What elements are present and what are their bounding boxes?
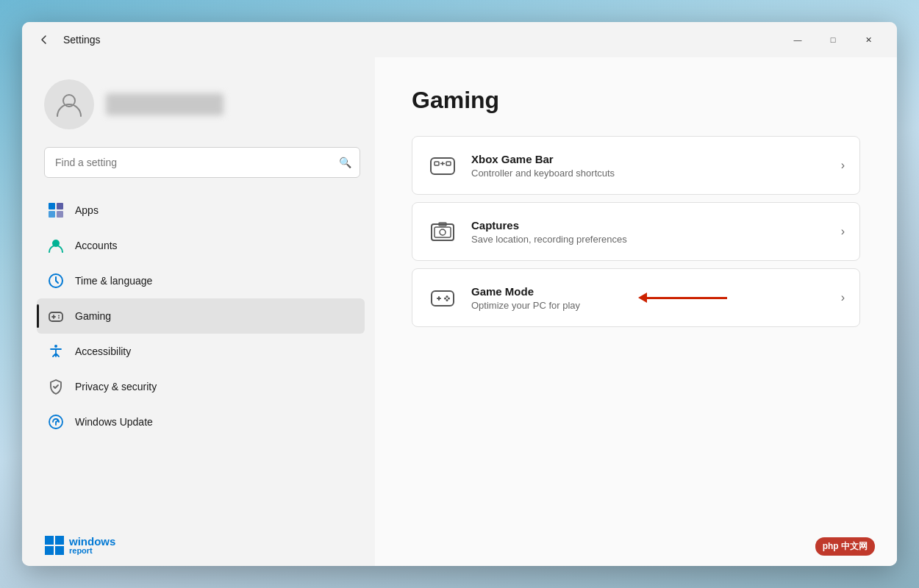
red-arrow-line: [646, 297, 727, 299]
sidebar-item-privacy-security[interactable]: Privacy & security: [37, 369, 365, 404]
watermark: windows report: [44, 535, 115, 556]
update-icon: [47, 413, 65, 431]
user-section: [37, 72, 375, 144]
user-name: [106, 93, 224, 115]
svg-rect-1: [49, 203, 55, 209]
svg-rect-27: [55, 536, 64, 545]
svg-point-25: [448, 298, 450, 300]
right-content: Gaming Xbox Game Bar Controller and keyb…: [375, 57, 897, 566]
svg-rect-7: [49, 312, 62, 321]
brand-sub: report: [69, 547, 115, 555]
title-bar-left: Settings: [34, 29, 781, 50]
sidebar-item-gaming[interactable]: Gaming: [37, 298, 365, 334]
windows-logo-icon: [44, 535, 65, 556]
sidebar-item-accessibility[interactable]: Accessibility: [37, 334, 365, 369]
settings-window: Settings — □ ✕ 🔍: [22, 22, 897, 566]
accessibility-label: Accessibility: [75, 345, 131, 357]
gamemode-icon: [427, 282, 458, 313]
svg-rect-4: [57, 211, 63, 218]
svg-rect-28: [45, 546, 54, 555]
avatar: [44, 79, 94, 129]
php-badge: php 中文网: [815, 537, 875, 556]
xbox-icon: [427, 150, 458, 181]
search-box: 🔍: [44, 147, 360, 178]
captures-text: Captures Save location, recording prefer…: [471, 219, 834, 245]
sidebar-item-apps[interactable]: Apps: [37, 193, 365, 228]
gaming-icon: [47, 307, 65, 325]
xbox-game-bar-text: Xbox Game Bar Controller and keyboard sh…: [471, 153, 834, 179]
accounts-label: Accounts: [75, 240, 118, 251]
captures-arrow: ›: [841, 225, 845, 238]
close-button[interactable]: ✕: [851, 28, 885, 51]
svg-rect-29: [55, 546, 64, 555]
window-controls: — □ ✕: [781, 28, 885, 51]
maximize-button[interactable]: □: [816, 28, 850, 51]
privacy-security-label: Privacy & security: [75, 381, 157, 392]
xbox-game-bar-arrow: ›: [841, 159, 845, 172]
game-mode-arrow: ›: [841, 291, 845, 304]
svg-rect-26: [45, 536, 54, 545]
sidebar-item-accounts[interactable]: Accounts: [37, 228, 365, 263]
game-mode-card[interactable]: Game Mode Optimize your PC for play ›: [412, 268, 860, 327]
nav-list: Apps Accounts: [37, 193, 372, 440]
time-language-label: Time & language: [75, 275, 152, 287]
time-icon: [47, 272, 65, 290]
title-bar: Settings — □ ✕: [22, 22, 897, 57]
svg-rect-14: [446, 162, 451, 165]
xbox-game-bar-subtitle: Controller and keyboard shortcuts: [471, 168, 834, 179]
captures-subtitle: Save location, recording preferences: [471, 234, 834, 245]
svg-rect-2: [57, 203, 63, 209]
svg-point-22: [446, 295, 448, 298]
search-input[interactable]: [44, 147, 360, 178]
svg-rect-21: [432, 291, 454, 306]
svg-point-10: [54, 345, 57, 348]
sidebar-item-windows-update[interactable]: Windows Update: [37, 404, 365, 440]
windows-update-label: Windows Update: [75, 416, 153, 428]
sidebar-scroll-area: Apps Accounts: [37, 193, 375, 551]
user-icon: [54, 90, 84, 119]
svg-rect-18: [435, 227, 451, 237]
brand-name: windows: [69, 536, 115, 547]
svg-rect-12: [431, 158, 454, 174]
svg-point-9: [58, 318, 60, 319]
minimize-button[interactable]: —: [781, 28, 815, 51]
accounts-icon: [47, 237, 65, 254]
xbox-game-bar-card[interactable]: Xbox Game Bar Controller and keyboard sh…: [412, 136, 860, 195]
svg-point-19: [440, 229, 446, 235]
svg-rect-13: [435, 162, 439, 165]
captures-title: Captures: [471, 219, 834, 232]
main-content: 🔍 Apps: [22, 57, 897, 566]
apps-icon: [47, 201, 65, 219]
accessibility-icon: [47, 343, 65, 360]
apps-label: Apps: [75, 204, 99, 216]
back-button[interactable]: [34, 29, 54, 50]
privacy-icon: [47, 378, 65, 395]
svg-rect-3: [49, 211, 55, 218]
sidebar-item-time-language[interactable]: Time & language: [37, 263, 365, 298]
red-arrow-annotation: [638, 293, 727, 303]
page-title: Gaming: [412, 87, 860, 114]
svg-point-8: [58, 315, 60, 317]
svg-point-24: [444, 298, 446, 300]
xbox-game-bar-title: Xbox Game Bar: [471, 153, 834, 165]
captures-icon: [427, 216, 458, 247]
captures-card[interactable]: Captures Save location, recording prefer…: [412, 202, 860, 261]
window-title: Settings: [63, 34, 101, 46]
sidebar: 🔍 Apps: [22, 57, 375, 566]
svg-point-23: [446, 299, 448, 301]
gaming-label: Gaming: [75, 310, 111, 322]
